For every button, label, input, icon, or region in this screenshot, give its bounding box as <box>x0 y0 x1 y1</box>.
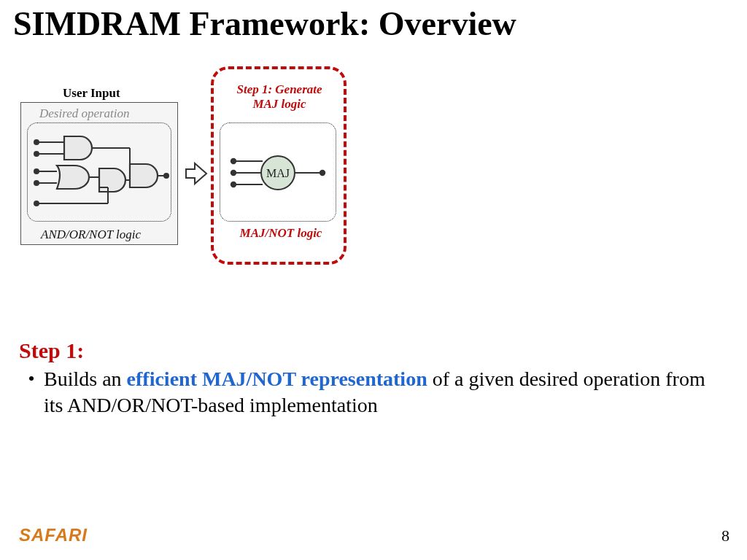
svg-point-3 <box>34 152 39 156</box>
svg-point-1 <box>34 140 39 144</box>
arrow-icon <box>185 160 209 187</box>
svg-point-9 <box>34 201 39 206</box>
svg-point-17 <box>164 174 169 178</box>
step1-heading: Step 1: <box>19 338 84 363</box>
bullet-icon: • <box>19 366 44 392</box>
step1-body: • Builds an efficient MAJ/NOT representa… <box>19 366 727 419</box>
maj-not-label: MAJ/NOT logic <box>230 226 332 241</box>
slide: SIMDRAM Framework: Overview User Input D… <box>0 0 747 560</box>
body-prefix: Builds an <box>44 368 127 390</box>
svg-point-5 <box>34 169 39 174</box>
slide-title: SIMDRAM Framework: Overview <box>13 4 516 43</box>
body-highlight: efficient MAJ/NOT representation <box>127 368 427 390</box>
maj-label: MAJ <box>266 167 290 179</box>
desired-operation-label: Desired operation <box>39 106 130 121</box>
and-or-not-circuit-icon <box>28 123 172 222</box>
bullet-text: Builds an efficient MAJ/NOT representati… <box>44 366 727 419</box>
and-or-not-label: AND/OR/NOT logic <box>41 228 141 242</box>
step1-box-title: Step 1: Generate MAJ logic <box>224 82 335 111</box>
logic-circuit-box <box>27 122 171 222</box>
maj-circuit-box: MAJ <box>220 122 336 222</box>
svg-point-23 <box>231 182 236 187</box>
svg-point-7 <box>34 181 39 185</box>
svg-point-25 <box>320 171 325 175</box>
page-number: 8 <box>721 526 729 545</box>
svg-point-19 <box>231 159 236 163</box>
svg-point-21 <box>231 171 236 175</box>
user-input-label: User Input <box>63 86 120 101</box>
maj-gate-icon: MAJ <box>220 123 337 222</box>
safari-logo: SAFARI <box>19 525 88 545</box>
